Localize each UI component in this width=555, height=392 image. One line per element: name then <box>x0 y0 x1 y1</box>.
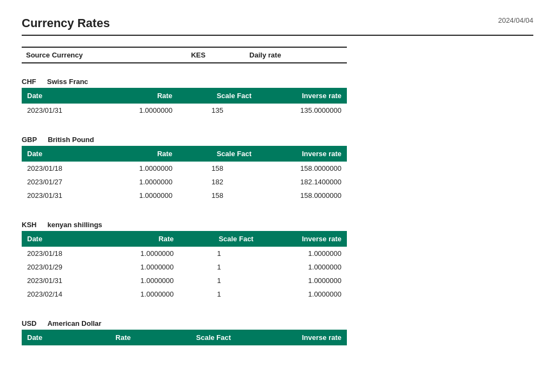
table-row: 2023/01/181.000000011.0000000 <box>22 247 347 260</box>
table-row: 2023/01/311.0000000135135.0000000 <box>22 104 347 117</box>
currency-section-gbp: GBPBritish PoundDateRateScale FactInvers… <box>22 132 347 202</box>
col-header-rate: Rate <box>101 146 178 162</box>
cell-inverse: 1.0000000 <box>259 260 347 274</box>
currency-code-ksh: KSH <box>22 221 36 229</box>
cell-date: 2023/01/31 <box>22 274 102 287</box>
currency-code-gbp: GBP <box>22 136 37 144</box>
page-header: Currency Rates 2024/04/04 <box>22 16 533 36</box>
page-date: 2024/04/04 <box>498 16 533 24</box>
cell-inverse: 158.0000000 <box>257 162 347 175</box>
col-header-date: Date <box>22 231 102 247</box>
currency-name-usd: American Dollar <box>47 319 101 327</box>
cell-rate: 1.0000000 <box>102 274 179 287</box>
col-header-rate: Rate <box>102 231 179 247</box>
currency-name-ksh: kenyan shillings <box>47 221 102 229</box>
data-table-gbp: DateRateScale FactInverse rate2023/01/18… <box>22 146 347 202</box>
cell-scale: 158 <box>178 189 257 202</box>
col-header-inverse-rate: Inverse rate <box>259 231 347 247</box>
col-header-scale-fact: Scale Fact <box>178 88 257 104</box>
table-row: 2023/01/271.0000000182182.1400000 <box>22 175 347 189</box>
cell-date: 2023/01/29 <box>22 260 102 274</box>
cell-rate: 1.0000000 <box>102 247 179 260</box>
data-table-usd: DateRateScale FactInverse rate <box>22 330 347 345</box>
cell-date: 2023/02/14 <box>22 287 102 301</box>
cell-inverse: 158.0000000 <box>257 189 347 202</box>
col-header-inverse-rate: Inverse rate <box>236 330 347 345</box>
col-header-scale-fact: Scale Fact <box>178 146 257 162</box>
col-header-scale-fact: Scale Fact <box>136 330 236 345</box>
cell-inverse: 1.0000000 <box>259 247 347 260</box>
data-table-chf: DateRateScale FactInverse rate2023/01/31… <box>22 88 347 117</box>
cell-rate: 1.0000000 <box>101 104 178 117</box>
col-header-scale-fact: Scale Fact <box>179 231 259 247</box>
table-row: 2023/01/311.0000000158158.0000000 <box>22 189 347 202</box>
cell-scale: 1 <box>179 260 259 274</box>
table-row: 2023/02/141.000000011.0000000 <box>22 287 347 301</box>
col-header-rate: Rate <box>79 330 137 345</box>
cell-inverse: 1.0000000 <box>259 287 347 301</box>
currency-code-chf: CHF <box>22 78 36 86</box>
cell-rate: 1.0000000 <box>101 189 178 202</box>
currency-header-gbp: GBPBritish Pound <box>22 132 347 146</box>
cell-scale: 158 <box>178 162 257 175</box>
cell-scale: 182 <box>178 175 257 189</box>
col-header-rate: Rate <box>101 88 178 104</box>
summary-col2: KES <box>186 47 245 63</box>
col-header-date: Date <box>22 146 101 162</box>
cell-scale: 135 <box>178 104 257 117</box>
cell-date: 2023/01/27 <box>22 175 101 189</box>
currency-section-usd: USDAmerican DollarDateRateScale FactInve… <box>22 316 347 345</box>
cell-inverse: 1.0000000 <box>259 274 347 287</box>
currency-name-chf: Swiss Franc <box>47 78 88 86</box>
currency-section-ksh: KSHkenyan shillingsDateRateScale FactInv… <box>22 217 347 301</box>
currency-name-gbp: British Pound <box>48 136 94 144</box>
cell-date: 2023/01/18 <box>22 247 102 260</box>
cell-scale: 1 <box>179 287 259 301</box>
table-row: 2023/01/311.000000011.0000000 <box>22 274 347 287</box>
cell-date: 2023/01/31 <box>22 104 101 117</box>
currency-header-chf: CHFSwiss Franc <box>22 74 347 88</box>
sections-container: CHFSwiss FrancDateRateScale FactInverse … <box>22 74 533 345</box>
col-header-date: Date <box>22 330 79 345</box>
currency-header-usd: USDAmerican Dollar <box>22 316 347 330</box>
page-title: Currency Rates <box>22 16 110 30</box>
cell-rate: 1.0000000 <box>101 175 178 189</box>
summary-col3: Daily rate <box>245 47 347 63</box>
cell-scale: 1 <box>179 247 259 260</box>
currency-section-chf: CHFSwiss FrancDateRateScale FactInverse … <box>22 74 347 117</box>
cell-inverse: 182.1400000 <box>257 175 347 189</box>
col-header-inverse-rate: Inverse rate <box>257 88 347 104</box>
currency-header-ksh: KSHkenyan shillings <box>22 217 347 231</box>
cell-rate: 1.0000000 <box>102 287 179 301</box>
summary-table: Source Currency KES Daily rate <box>22 47 347 63</box>
data-table-ksh: DateRateScale FactInverse rate2023/01/18… <box>22 231 347 301</box>
cell-date: 2023/01/31 <box>22 189 101 202</box>
table-row: 2023/01/291.000000011.0000000 <box>22 260 347 274</box>
cell-inverse: 135.0000000 <box>257 104 347 117</box>
table-row: 2023/01/181.0000000158158.0000000 <box>22 162 347 175</box>
cell-scale: 1 <box>179 274 259 287</box>
cell-rate: 1.0000000 <box>101 162 178 175</box>
summary-col1: Source Currency <box>22 47 186 63</box>
currency-code-usd: USD <box>22 319 36 327</box>
col-header-inverse-rate: Inverse rate <box>257 146 347 162</box>
cell-date: 2023/01/18 <box>22 162 101 175</box>
col-header-date: Date <box>22 88 101 104</box>
cell-rate: 1.0000000 <box>102 260 179 274</box>
